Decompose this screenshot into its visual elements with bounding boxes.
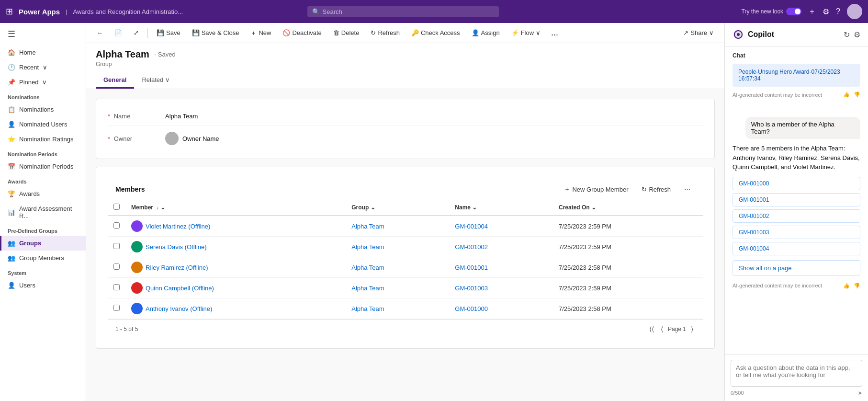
checkbox-col-header[interactable] xyxy=(108,200,125,216)
sidebar-item-nominated-users[interactable]: 👤 Nominated Users xyxy=(0,117,86,132)
assign-button[interactable]: 👤 Assign xyxy=(467,27,505,39)
gm-chip-1[interactable]: GM-001001 xyxy=(733,193,860,206)
delete-button[interactable]: 🗑 Delete xyxy=(328,27,364,39)
sidebar-item-groups[interactable]: 👥 Groups xyxy=(0,236,86,251)
pin-icon: 📌 xyxy=(8,79,15,86)
group-link[interactable]: Alpha Team xyxy=(351,264,384,271)
thumbs-up-icon-2[interactable]: 👍 xyxy=(843,283,850,289)
thumbs-down-icon-2[interactable]: 👎 xyxy=(854,283,860,289)
name-link[interactable]: GM-001000 xyxy=(455,305,488,312)
member-link[interactable]: Anthony Ivanov (Offline) xyxy=(146,305,212,312)
sidebar-item-home[interactable]: 🏠 Home xyxy=(0,45,86,60)
row-checkbox-4[interactable] xyxy=(113,305,120,311)
row-checkbox-3[interactable] xyxy=(113,284,120,290)
createdon-col-header[interactable]: Created On ⌄ xyxy=(553,200,703,216)
new-button[interactable]: ＋ New xyxy=(246,26,276,40)
more-button[interactable]: ... xyxy=(547,26,562,40)
footer-count: 1 - 5 of 5 xyxy=(115,326,138,332)
save-close-button[interactable]: 💾 Save & Close xyxy=(187,27,244,39)
member-avatar xyxy=(131,220,143,232)
createdon-cell: 7/25/2023 2:59 PM xyxy=(553,278,703,298)
page-icon-button[interactable]: 📄 xyxy=(110,27,127,39)
members-more-button[interactable]: ⋯ xyxy=(679,183,695,195)
share-button[interactable]: ↗ Share ∨ xyxy=(678,27,719,39)
members-refresh-button[interactable]: ↻ Refresh xyxy=(637,183,676,195)
thumbs-down-icon[interactable]: 👎 xyxy=(854,92,860,98)
group-filter-icon[interactable]: ⌄ xyxy=(371,204,375,211)
name-link[interactable]: GM-001003 xyxy=(455,285,488,292)
member-link[interactable]: Quinn Campbell (Offline) xyxy=(146,285,214,292)
send-icon[interactable]: ➤ xyxy=(858,390,862,396)
next-page-button[interactable]: ⟩ xyxy=(689,324,695,334)
member-avatar xyxy=(131,303,143,314)
ai-note-icons-2: 👍 👎 xyxy=(843,283,860,289)
row-checkbox-1[interactable] xyxy=(113,243,120,249)
tab-general[interactable]: General xyxy=(96,72,134,89)
sidebar-item-award-assessment[interactable]: 📊 Award Assessment R... xyxy=(0,201,86,223)
copilot-input[interactable] xyxy=(731,360,862,387)
gm-chip-0[interactable]: GM-001000 xyxy=(733,177,860,190)
gm-chip-2[interactable]: GM-001002 xyxy=(733,209,860,223)
form-divider xyxy=(108,126,703,126)
name-col-header[interactable]: Name ⌄ xyxy=(449,200,553,216)
refresh-button[interactable]: ↻ Refresh xyxy=(366,27,405,39)
owner-value[interactable]: Owner Name xyxy=(182,135,219,142)
createdon-filter-icon[interactable]: ⌄ xyxy=(591,204,596,211)
check-access-button[interactable]: 🔑 Check Access xyxy=(406,27,465,39)
flow-button[interactable]: ⚡ Flow ∨ xyxy=(507,27,545,39)
member-link[interactable]: Serena Davis (Offline) xyxy=(146,243,207,251)
first-page-button[interactable]: ⟨⟨ xyxy=(647,324,656,334)
member-filter-icon[interactable]: ⌄ xyxy=(160,204,165,211)
back-button[interactable]: ← xyxy=(92,27,108,39)
copilot-refresh-button[interactable]: ↻ xyxy=(844,30,850,39)
tab-related[interactable]: Related ∨ xyxy=(134,72,178,89)
name-cell: GM-001000 xyxy=(449,298,553,319)
member-link[interactable]: Violet Martinez (Offline) xyxy=(146,223,210,230)
gm-chip-3[interactable]: GM-001003 xyxy=(733,226,860,239)
sidebar-item-group-members[interactable]: 👥 Group Members xyxy=(0,251,86,265)
sidebar-item-awards[interactable]: 🏆 Awards xyxy=(0,186,86,201)
name-value[interactable]: Alpha Team xyxy=(165,113,198,120)
save-button[interactable]: 💾 Save xyxy=(152,27,185,39)
sidebar-item-recent[interactable]: 🕐 Recent ∨ xyxy=(0,60,86,75)
name-link[interactable]: GM-001002 xyxy=(455,243,488,251)
waffle-icon[interactable]: ⊞ xyxy=(6,6,13,17)
sidebar-item-pinned[interactable]: 📌 Pinned ∨ xyxy=(0,75,86,90)
select-all-checkbox[interactable] xyxy=(113,204,120,210)
sidebar-item-nomination-periods[interactable]: 📅 Nomination Periods xyxy=(0,159,86,174)
gm-chip-4[interactable]: GM-001004 xyxy=(733,242,860,255)
expand-button[interactable]: ⤢ xyxy=(129,27,144,39)
name-link[interactable]: GM-001004 xyxy=(455,223,488,230)
save-icon: 💾 xyxy=(157,29,164,36)
try-new-toggle[interactable] xyxy=(786,8,801,15)
input-footer: 0/500 ➤ xyxy=(731,388,862,396)
group-link[interactable]: Alpha Team xyxy=(351,243,384,251)
row-checkbox-2[interactable] xyxy=(113,264,120,270)
sidebar-item-nominations[interactable]: 📋 Nominations xyxy=(0,102,86,117)
row-checkbox-0[interactable] xyxy=(113,222,120,229)
hamburger-icon[interactable]: ☰ xyxy=(0,23,86,45)
member-col-header[interactable]: Member ↓ ⌄ xyxy=(125,200,346,216)
new-group-member-button[interactable]: ＋ New Group Member xyxy=(559,183,633,196)
settings-icon[interactable]: ⚙ xyxy=(823,7,829,16)
group-link[interactable]: Alpha Team xyxy=(351,285,384,292)
name-filter-icon[interactable]: ⌄ xyxy=(472,204,477,211)
group-link[interactable]: Alpha Team xyxy=(351,305,384,312)
sidebar-item-users[interactable]: 👤 Users xyxy=(0,278,86,293)
member-link[interactable]: Riley Ramirez (Offline) xyxy=(146,264,208,271)
group-link[interactable]: Alpha Team xyxy=(351,223,384,230)
add-icon[interactable]: ＋ xyxy=(808,7,816,17)
chat-history-bubble[interactable]: People-Unsung Hero Award-07/25/2023 16:5… xyxy=(733,64,860,87)
help-icon[interactable]: ? xyxy=(836,7,840,16)
thumbs-up-icon[interactable]: 👍 xyxy=(843,92,850,98)
deactivate-button[interactable]: 🚫 Deactivate xyxy=(278,27,326,39)
avatar[interactable] xyxy=(847,4,862,19)
name-link[interactable]: GM-001001 xyxy=(455,264,488,271)
prev-page-button[interactable]: ⟨ xyxy=(659,324,665,334)
home-icon: 🏠 xyxy=(8,49,15,56)
show-all-button[interactable]: Show all on a page xyxy=(733,260,860,276)
copilot-settings-button[interactable]: ⚙ xyxy=(854,30,860,39)
group-col-header[interactable]: Group ⌄ xyxy=(346,200,449,216)
sidebar-item-nomination-ratings[interactable]: ⭐ Nomination Ratings xyxy=(0,132,86,147)
search-input[interactable] xyxy=(323,8,494,15)
